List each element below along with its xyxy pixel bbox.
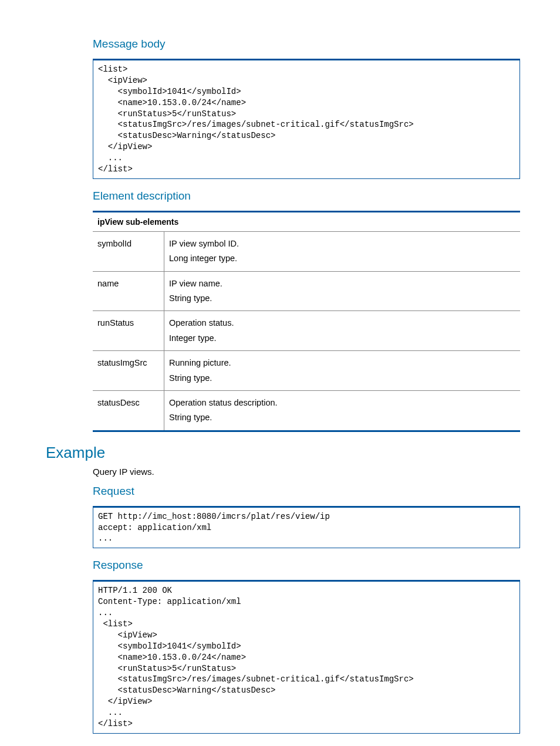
cell-key: statusImgSrc	[93, 351, 164, 391]
cell-desc: IP view symbol ID.Long integer type.	[164, 231, 521, 271]
code-response: HTTP/1.1 200 OK Content-Type: applicatio…	[93, 580, 520, 734]
heading-message-body: Message body	[93, 38, 520, 50]
table-ipview-subelements: ipView sub-elements symbolId IP view sym…	[93, 211, 520, 432]
table-header: ipView sub-elements	[93, 211, 520, 231]
heading-request: Request	[93, 485, 520, 498]
cell-desc: Operation status description.String type…	[164, 390, 521, 431]
cell-key: statusDesc	[93, 390, 164, 431]
cell-key: name	[93, 271, 164, 311]
example-intro-text: Query IP views.	[93, 467, 520, 477]
cell-desc: Running picture.String type.	[164, 351, 521, 391]
code-request: GET http://imc_host:8080/imcrs/plat/res/…	[93, 506, 520, 549]
cell-key: symbolId	[93, 231, 164, 271]
table-row: symbolId IP view symbol ID.Long integer …	[93, 231, 520, 271]
cell-desc: IP view name.String type.	[164, 271, 521, 311]
table-row: statusDesc Operation status description.…	[93, 390, 520, 431]
cell-desc: Operation status.Integer type.	[164, 311, 521, 351]
heading-example: Example	[46, 444, 520, 462]
heading-response: Response	[93, 559, 520, 572]
cell-key: runStatus	[93, 311, 164, 351]
table-row: statusImgSrc Running picture.String type…	[93, 351, 520, 391]
code-message-body: <list> <ipView> <symbolId>1041</symbolId…	[93, 59, 520, 179]
table-row: runStatus Operation status.Integer type.	[93, 311, 520, 351]
table-row: name IP view name.String type.	[93, 271, 520, 311]
heading-element-description: Element description	[93, 190, 520, 202]
